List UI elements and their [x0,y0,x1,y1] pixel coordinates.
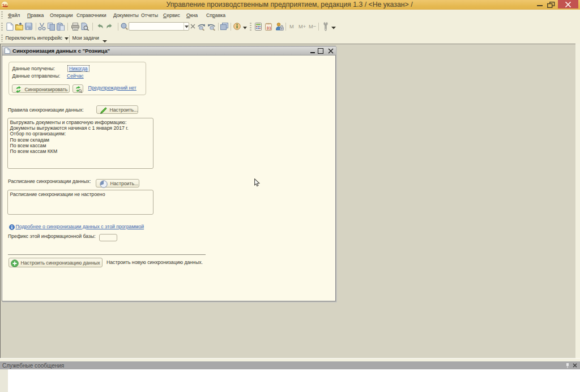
svg-text:31: 31 [266,25,271,31]
